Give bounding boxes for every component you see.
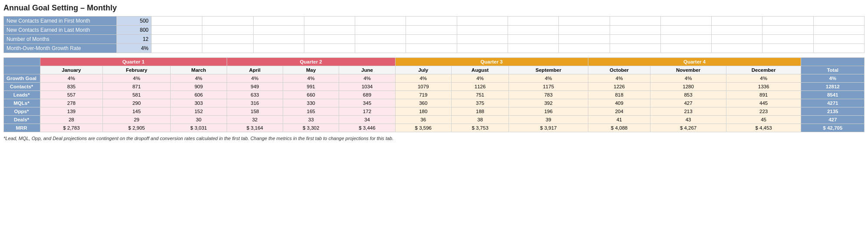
total-cell: $ 42,705 [801, 124, 865, 132]
data-cell: 891 [726, 91, 801, 99]
month-header: July [395, 66, 451, 74]
table-row: MRR$ 2,783$ 2,905$ 3,031$ 3,164$ 3,302$ … [4, 124, 865, 132]
data-cell: 38 [451, 116, 508, 124]
data-cell: 427 [650, 99, 726, 107]
data-cell: 303 [171, 99, 227, 107]
data-cell: 949 [227, 83, 283, 91]
data-cell: $ 3,164 [227, 124, 283, 132]
data-cell: 1079 [395, 83, 451, 91]
data-cell: 196 [509, 107, 588, 116]
data-cell: 909 [171, 83, 227, 91]
data-cell: 33 [283, 116, 339, 124]
summary-label: Month-Over-Month Growth Rate [4, 44, 117, 53]
data-cell: 213 [650, 107, 726, 116]
summary-value: 500 [117, 17, 152, 26]
data-cell: 1280 [650, 83, 726, 91]
data-cell: 660 [283, 91, 339, 99]
data-cell: 152 [171, 107, 227, 116]
data-cell: $ 4,088 [588, 124, 650, 132]
row-label: Contacts* [4, 83, 40, 91]
total-header: Total [801, 66, 865, 74]
summary-label: New Contacts Earned in First Month [4, 17, 117, 26]
data-cell: $ 4,453 [726, 124, 801, 132]
data-cell: 991 [283, 83, 339, 91]
data-cell: 165 [283, 107, 339, 116]
quarter-header: Quarter 3 [395, 58, 588, 66]
data-cell: 557 [40, 91, 103, 99]
data-cell: 330 [283, 99, 339, 107]
data-cell: 29 [102, 116, 171, 124]
summary-table: New Contacts Earned in First Month500New… [3, 16, 865, 53]
data-cell: 4% [102, 74, 171, 83]
data-cell: 4% [726, 74, 801, 83]
month-header: November [650, 66, 726, 74]
data-cell: 4% [40, 74, 103, 83]
month-header: April [227, 66, 283, 74]
row-label: MQLs* [4, 99, 40, 107]
month-header: March [171, 66, 227, 74]
data-cell: 290 [102, 99, 171, 107]
corner-cell-2 [4, 66, 40, 74]
data-cell: $ 3,753 [451, 124, 508, 132]
data-cell: 1034 [339, 83, 395, 91]
month-header: May [283, 66, 339, 74]
table-row: Opps*13914515215816517218018819620421322… [4, 107, 865, 116]
data-cell: 1336 [726, 83, 801, 91]
data-cell: 30 [171, 116, 227, 124]
quarter-header: Quarter 4 [588, 58, 801, 66]
data-cell: 316 [227, 99, 283, 107]
data-cell: 1175 [509, 83, 588, 91]
table-row: Growth Goal4%4%4%4%4%4%4%4%4%4%4%4%4% [4, 74, 865, 83]
summary-value: 12 [117, 35, 152, 44]
data-cell: 39 [509, 116, 588, 124]
summary-value: 4% [117, 44, 152, 53]
data-cell: 43 [650, 116, 726, 124]
corner-cell [4, 58, 40, 66]
data-cell: $ 2,783 [40, 124, 103, 132]
month-header: August [451, 66, 508, 74]
data-cell: $ 3,596 [395, 124, 451, 132]
data-cell: 4% [283, 74, 339, 83]
quarter-header: Quarter 2 [227, 58, 395, 66]
data-cell: 689 [339, 91, 395, 99]
page-title: Annual Goal Setting – Monthly [3, 3, 865, 13]
row-label: Leads* [4, 91, 40, 99]
data-cell: 139 [40, 107, 103, 116]
data-cell: 45 [726, 116, 801, 124]
data-cell: 719 [395, 91, 451, 99]
data-cell: 4% [227, 74, 283, 83]
month-header: January [40, 66, 103, 74]
data-cell: 581 [102, 91, 171, 99]
data-cell: 4% [451, 74, 508, 83]
data-cell: 41 [588, 116, 650, 124]
table-row: Contacts*8358719099499911034107911261175… [4, 83, 865, 91]
data-cell: 278 [40, 99, 103, 107]
data-cell: 180 [395, 107, 451, 116]
data-cell: 36 [395, 116, 451, 124]
data-cell: $ 2,905 [102, 124, 171, 132]
data-cell: 818 [588, 91, 650, 99]
row-label: Growth Goal [4, 74, 40, 83]
data-cell: 345 [339, 99, 395, 107]
data-cell: 4% [509, 74, 588, 83]
row-label: MRR [4, 124, 40, 132]
data-cell: 28 [40, 116, 103, 124]
table-row: MQLs*27829030331633034536037539240942744… [4, 99, 865, 107]
data-cell: $ 3,302 [283, 124, 339, 132]
data-cell: $ 4,267 [650, 124, 726, 132]
data-cell: 1226 [588, 83, 650, 91]
data-cell: 409 [588, 99, 650, 107]
data-cell: 172 [339, 107, 395, 116]
row-label: Opps* [4, 107, 40, 116]
data-cell: $ 3,446 [339, 124, 395, 132]
data-cell: 751 [451, 91, 508, 99]
data-cell: 1126 [451, 83, 508, 91]
month-header: December [726, 66, 801, 74]
data-cell: 633 [227, 91, 283, 99]
data-cell: 606 [171, 91, 227, 99]
data-cell: 392 [509, 99, 588, 107]
data-cell: 783 [509, 91, 588, 99]
data-cell: 4% [650, 74, 726, 83]
summary-value: 800 [117, 26, 152, 35]
data-cell: 188 [451, 107, 508, 116]
